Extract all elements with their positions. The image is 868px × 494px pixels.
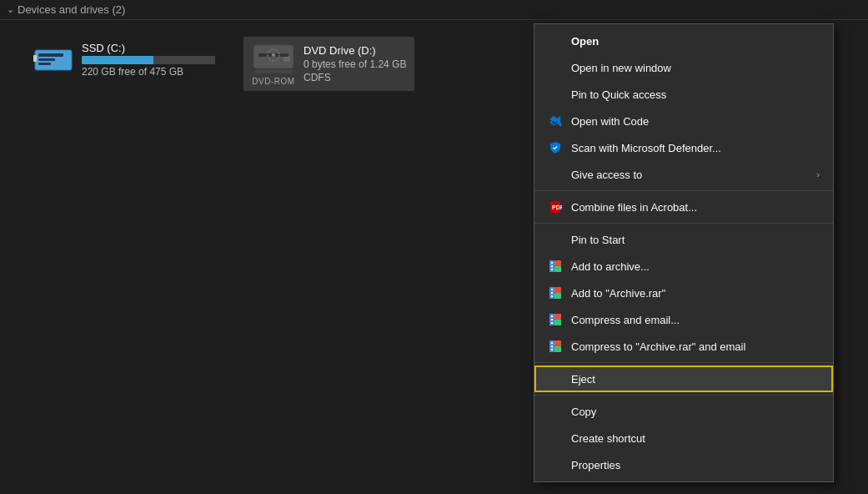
menu-item-compress-email[interactable]: Compress and email...: [534, 306, 833, 333]
menu-item-eject[interactable]: Eject: [534, 365, 833, 392]
menu-item-label-add-archive-rar: Add to "Archive.rar": [571, 287, 820, 300]
svg-rect-23: [551, 292, 553, 294]
menu-item-label-combine-acrobat: Combine files in Acrobat...: [571, 201, 820, 214]
menu-icon-open-new-window: [548, 60, 563, 75]
ssd-bar-container: [82, 56, 215, 64]
menu-item-compress-rar-email[interactable]: Compress to "Archive.rar" and email: [534, 333, 833, 360]
header: ⌄ Devices and drives (2): [0, 0, 868, 20]
menu-icon-open-with-code: [548, 113, 563, 129]
svg-rect-35: [551, 345, 553, 347]
svg-text:PDF: PDF: [552, 204, 562, 210]
menu-icon-compress-email: [548, 312, 563, 327]
ssd-free-text: 220 GB free of 475 GB: [82, 66, 215, 78]
menu-item-label-open-new-window: Open in new window: [571, 62, 820, 74]
menu-item-open[interactable]: Open: [534, 28, 833, 54]
chevron-icon: ⌄: [7, 4, 14, 15]
context-menu: OpenOpen in new windowPin to Quick acces…: [534, 23, 834, 482]
svg-rect-17: [551, 265, 553, 267]
svg-rect-14: [554, 260, 561, 266]
svg-point-8: [272, 53, 275, 57]
menu-item-label-pin-quick-access: Pin to Quick access: [571, 88, 820, 101]
menu-icon-add-archive-rar: [548, 285, 563, 300]
drive-dvd[interactable]: DVD-ROM DVD Drive (D:) 0 bytes free of 1…: [243, 37, 414, 91]
menu-item-add-archive[interactable]: Add to archive...: [534, 253, 833, 280]
menu-separator: [534, 223, 833, 224]
ssd-icon: [33, 45, 73, 75]
svg-rect-3: [38, 63, 51, 65]
menu-item-combine-acrobat[interactable]: PDFCombine files in Acrobat...: [534, 194, 833, 220]
drive-ssd[interactable]: SSD (C:) 220 GB free of 475 GB: [25, 37, 223, 83]
menu-icon-add-archive: [548, 259, 563, 274]
menu-item-label-copy: Copy: [571, 406, 820, 418]
svg-rect-9: [283, 57, 290, 62]
svg-rect-33: [554, 346, 561, 352]
drive-dvd-inner: DVD-ROM DVD Drive (D:) 0 bytes free of 1…: [252, 42, 406, 86]
menu-icon-scan-defender: [548, 140, 563, 155]
svg-rect-27: [554, 320, 561, 325]
menu-item-open-with-code[interactable]: Open with Code: [534, 108, 833, 134]
svg-rect-16: [551, 262, 553, 264]
drive-ssd-inner: SSD (C:) 220 GB free of 475 GB: [33, 42, 215, 78]
menu-item-label-open-with-code: Open with Code: [571, 115, 820, 128]
menu-arrow-give-access: ›: [816, 169, 820, 179]
menu-item-label-give-access: Give access to: [571, 169, 808, 181]
svg-rect-15: [554, 266, 561, 272]
menu-icon-eject: [548, 371, 563, 386]
menu-item-label-pin-start: Pin to Start: [571, 234, 820, 246]
menu-icon-give-access: [548, 167, 563, 182]
svg-rect-10: [255, 70, 292, 73]
svg-rect-18: [551, 269, 553, 270]
menu-icon-pin-quick-access: [548, 87, 563, 102]
menu-item-label-compress-email: Compress and email...: [571, 314, 820, 326]
header-title: ⌄ Devices and drives (2): [7, 3, 125, 16]
menu-item-give-access[interactable]: Give access to›: [534, 161, 833, 188]
menu-icon-open: [548, 33, 563, 48]
menu-separator: [534, 395, 833, 396]
dvd-free-text: 0 bytes free of 1.24 GB: [304, 58, 406, 70]
svg-rect-28: [551, 315, 553, 317]
svg-rect-34: [551, 342, 553, 344]
svg-rect-1: [38, 53, 63, 57]
menu-item-label-eject: Eject: [571, 373, 820, 386]
menu-item-label-open: Open: [571, 35, 820, 48]
menu-item-label-add-archive: Add to archive...: [571, 260, 820, 273]
svg-rect-21: [554, 293, 561, 299]
menu-item-scan-defender[interactable]: Scan with Microsoft Defender...: [534, 134, 833, 161]
menu-icon-copy: [548, 404, 563, 419]
ssd-name: SSD (C:): [82, 42, 215, 54]
svg-rect-2: [38, 58, 55, 61]
menu-separator: [534, 190, 833, 191]
menu-item-label-create-shortcut: Create shortcut: [571, 432, 820, 445]
svg-rect-22: [551, 289, 553, 290]
devices-drives-label: Devices and drives (2): [18, 3, 125, 16]
menu-item-label-scan-defender: Scan with Microsoft Defender...: [571, 142, 820, 154]
menu-item-pin-quick-access[interactable]: Pin to Quick access: [534, 81, 833, 108]
menu-item-pin-start[interactable]: Pin to Start: [534, 226, 833, 253]
svg-rect-32: [554, 340, 561, 346]
menu-icon-create-shortcut: [548, 431, 563, 446]
svg-rect-26: [554, 314, 561, 320]
svg-rect-36: [551, 349, 553, 350]
menu-icon-combine-acrobat: PDF: [548, 199, 563, 214]
menu-item-properties[interactable]: Properties: [534, 451, 833, 478]
dvd-name: DVD Drive (D:): [304, 44, 406, 57]
svg-rect-24: [551, 295, 553, 297]
svg-rect-20: [554, 287, 561, 293]
menu-icon-compress-rar-email: [548, 339, 563, 354]
menu-item-add-archive-rar[interactable]: Add to "Archive.rar": [534, 280, 833, 306]
svg-rect-30: [551, 322, 553, 324]
menu-separator: [534, 362, 833, 363]
menu-item-copy[interactable]: Copy: [534, 398, 833, 425]
ssd-info: SSD (C:) 220 GB free of 475 GB: [82, 42, 215, 78]
ssd-bar-fill: [82, 56, 153, 64]
menu-item-label-compress-rar-email: Compress to "Archive.rar" and email: [571, 340, 820, 353]
dvd-fs-text: CDFS: [304, 72, 406, 83]
menu-item-open-new-window[interactable]: Open in new window: [534, 54, 833, 81]
svg-rect-4: [33, 55, 37, 62]
menu-item-label-properties: Properties: [571, 459, 820, 471]
dvd-icon: [252, 42, 295, 75]
menu-icon-pin-start: [548, 232, 563, 247]
dvd-label-text: DVD-ROM: [252, 77, 294, 86]
menu-item-create-shortcut[interactable]: Create shortcut: [534, 425, 833, 451]
dvd-info: DVD Drive (D:) 0 bytes free of 1.24 GB C…: [304, 44, 406, 83]
